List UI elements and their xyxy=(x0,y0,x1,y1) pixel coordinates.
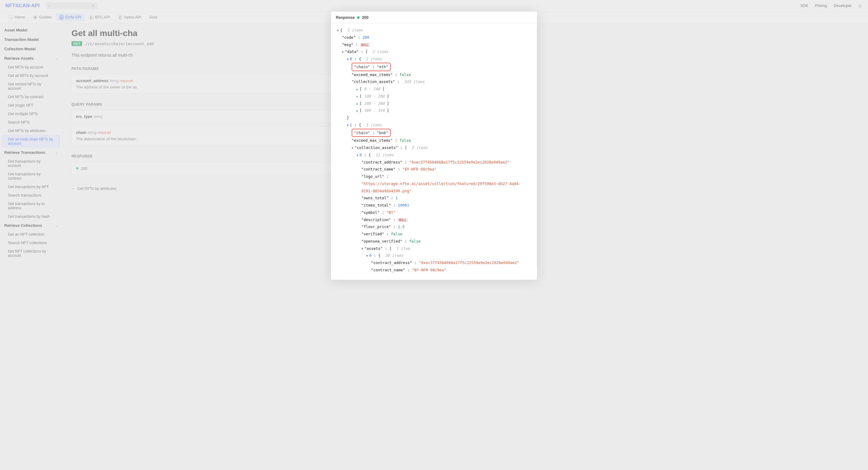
status-dot-icon xyxy=(357,17,360,19)
modal-overlay[interactable]: Response200 ▼{ 3 items"code" : 200"msg" … xyxy=(0,0,868,470)
response-modal: Response200 ▼{ 3 items"code" : 200"msg" … xyxy=(331,11,537,280)
